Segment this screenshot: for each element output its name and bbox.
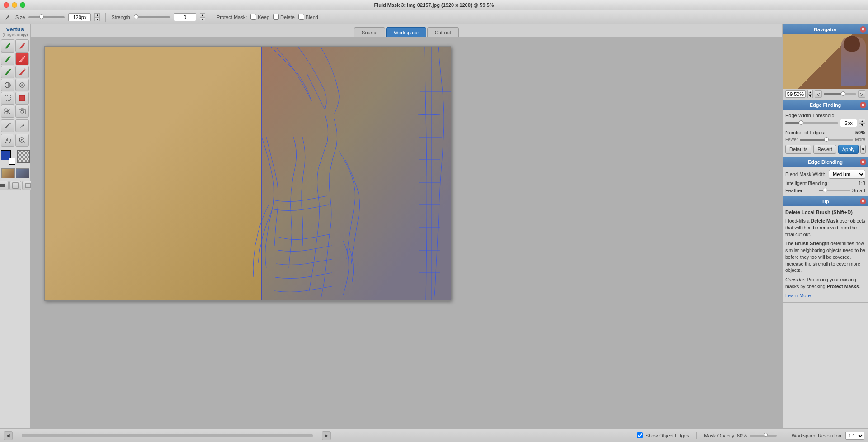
edge-width-slider[interactable] — [785, 122, 838, 124]
edge-width-input[interactable]: 5px — [840, 119, 857, 127]
strength-up[interactable]: ▲ — [200, 13, 205, 17]
minimize-button[interactable] — [12, 2, 17, 8]
delete-fill-tool[interactable] — [15, 92, 29, 105]
num-edges-slider-row: Fewer More — [785, 137, 865, 142]
color-swatches[interactable] — [1, 150, 15, 165]
keep-checkbox[interactable] — [250, 14, 256, 20]
edge-width-threshold-row: Edge Width Threshold — [785, 113, 865, 118]
mask-opacity-slider[interactable] — [750, 435, 777, 437]
layers-btn[interactable] — [0, 181, 9, 190]
keep-local-tool[interactable] — [1, 52, 14, 65]
channels-btn[interactable] — [9, 181, 21, 190]
edge-width-label: Edge Width Threshold — [785, 113, 865, 118]
blend-tool[interactable] — [1, 79, 14, 91]
rect-select-tool[interactable] — [1, 92, 14, 105]
blend-checkbox[interactable] — [298, 14, 304, 20]
tab-source[interactable]: Source — [354, 27, 385, 37]
status-sep-2 — [784, 432, 784, 439]
num-edges-slider[interactable] — [800, 139, 853, 141]
delete-brush-tool[interactable] — [15, 39, 29, 52]
secondary-color[interactable] — [9, 158, 15, 165]
delete-local-tool[interactable] — [15, 52, 29, 65]
edge-finding-content: Edge Width Threshold 5px ▲ ▼ Number of E — [783, 110, 868, 157]
camera-tool[interactable] — [15, 105, 29, 118]
size-input[interactable]: 120px — [68, 13, 91, 21]
maximize-button[interactable] — [20, 2, 25, 8]
protect-mask-label: Protect Mask: — [217, 14, 247, 20]
learn-more-link[interactable]: Learn More — [785, 293, 811, 298]
edge-finding-extra[interactable]: ▼ — [860, 145, 866, 154]
blend-mask-select[interactable]: Narrow Medium Wide Very Wide — [829, 170, 865, 179]
zoom-reset-btn[interactable]: ▷ — [858, 90, 865, 98]
strength-stepper[interactable]: ▲ ▼ — [200, 13, 205, 21]
edge-width-down[interactable]: ▼ — [859, 123, 865, 127]
left-sidebar: vertus (image therapy) — [0, 24, 31, 428]
delete-edge-tool[interactable] — [15, 66, 29, 78]
show-edges-group: Show Object Edges — [637, 432, 689, 438]
zoom-tool[interactable] — [15, 134, 29, 147]
size-slider[interactable] — [28, 16, 65, 18]
workspace-res-select[interactable]: 1:1 1:2 2:1 — [845, 432, 864, 440]
zoom-up[interactable]: ▲ — [807, 90, 813, 94]
svg-line-15 — [24, 142, 25, 143]
edge-finding-buttons: Defaults Revert Apply ▼ — [785, 145, 865, 154]
tip-title: Tip — [821, 199, 829, 204]
revert-button[interactable]: Revert — [813, 145, 836, 154]
num-edges-label: Number of Edges: — [785, 130, 854, 135]
feather-slider[interactable] — [819, 190, 850, 191]
intelligent-blend-label: Intelligent Blending: — [785, 181, 857, 186]
image-canvas[interactable] — [44, 46, 451, 301]
close-button[interactable] — [4, 2, 9, 8]
scroll-bar[interactable] — [22, 434, 313, 437]
more-label: More — [855, 137, 865, 142]
size-down[interactable]: ▼ — [94, 17, 100, 21]
titlebar: Fluid Mask 3: img 02157.jpg (1920 x 1200… — [0, 0, 868, 10]
traffic-lights — [4, 2, 25, 8]
smudge-tool[interactable] — [1, 119, 14, 132]
zoom-down[interactable]: ▼ — [807, 94, 813, 98]
mask-opacity-group: Mask Opacity: 60% — [704, 433, 777, 438]
edge-width-up[interactable]: ▲ — [859, 119, 865, 123]
size-up[interactable]: ▲ — [94, 13, 100, 17]
checkerboard-swatch[interactable] — [17, 150, 30, 163]
navigator-section: Navigator ✕ 59,50% ▲ ▼ ◁ — [783, 24, 868, 100]
edge-blending-close[interactable]: ✕ — [860, 159, 866, 165]
edge-width-stepper[interactable]: ▲ ▼ — [859, 119, 865, 127]
scissors-tool[interactable] — [1, 105, 14, 118]
keep-edge-tool[interactable] — [1, 66, 14, 78]
hand-tool[interactable] — [1, 134, 14, 147]
strength-down[interactable]: ▼ — [200, 17, 205, 21]
defaults-button[interactable]: Defaults — [785, 145, 811, 154]
scroll-left[interactable]: ◀ — [4, 431, 13, 440]
navigator-close[interactable]: ✕ — [860, 26, 866, 33]
svg-point-7 — [5, 109, 7, 111]
tip-close[interactable]: ✕ — [860, 198, 866, 204]
strength-slider[interactable] — [134, 16, 170, 18]
toolbar: Size 120px ▲ ▼ Strength 0 ▲ ▼ Protect Ma… — [0, 10, 868, 24]
clean-tool[interactable] — [15, 79, 29, 91]
edge-blending-section: Edge Blending ✕ Blend Mask Width: Narrow… — [783, 157, 868, 196]
zoom-fit-btn[interactable]: ◁ — [815, 90, 822, 98]
intelligent-blend-row: Intelligent Blending: 1:3 — [785, 181, 865, 186]
edge-finding-title: Edge Finding — [810, 102, 841, 108]
zoom-stepper[interactable]: ▲ ▼ — [807, 90, 813, 98]
tab-cutout[interactable]: Cut-out — [427, 27, 459, 37]
show-edges-checkbox[interactable] — [637, 432, 643, 438]
layer-thumb-2[interactable] — [16, 168, 29, 178]
tab-workspace[interactable]: Workspace — [386, 27, 426, 37]
strength-input[interactable]: 0 — [174, 13, 196, 21]
keep-brush-tool[interactable] — [1, 39, 14, 52]
scroll-right[interactable]: ▶ — [322, 431, 331, 440]
size-stepper[interactable]: ▲ ▼ — [94, 13, 100, 21]
logo-sub: (image therapy) — [2, 33, 28, 37]
arrow-tool[interactable] — [15, 119, 29, 132]
layer-thumb-1[interactable] — [1, 168, 15, 178]
zoom-input[interactable]: 59,50% — [785, 90, 806, 98]
edge-width-slider-row: 5px ▲ ▼ — [785, 119, 865, 127]
svg-rect-22 — [26, 183, 30, 188]
delete-checkbox[interactable] — [273, 14, 279, 20]
logo-text: vertus — [2, 26, 28, 33]
edge-finding-close[interactable]: ✕ — [860, 102, 866, 108]
zoom-slider[interactable] — [824, 93, 856, 95]
apply-button[interactable]: Apply — [838, 145, 859, 154]
